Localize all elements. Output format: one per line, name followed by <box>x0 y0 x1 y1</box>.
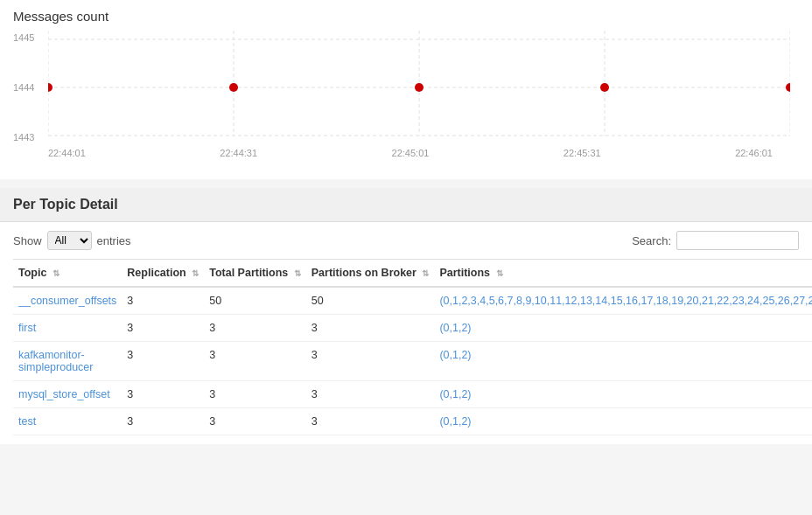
chart-title: Messages count <box>13 9 799 24</box>
cell-topic[interactable]: mysql_store_offset <box>13 381 122 408</box>
sort-icon-topic[interactable]: ⇅ <box>52 268 60 278</box>
chart-point-3 <box>415 83 424 92</box>
entries-select[interactable]: All 10 25 50 100 <box>47 231 92 250</box>
cell-partitions_on_broker: 3 <box>306 381 435 408</box>
chart-point-2 <box>229 83 238 92</box>
entries-label: entries <box>97 234 131 247</box>
sort-icon-partitions[interactable]: ⇅ <box>496 268 503 278</box>
x-label-1: 22:44:01 <box>48 148 86 158</box>
table-row: kafkamonitor-simpleproducer333(0,1,2)fal… <box>13 342 812 381</box>
col-partitions: Partitions ⇅ <box>434 260 812 288</box>
search-input[interactable] <box>676 231 799 250</box>
search-right: Search: <box>632 231 799 250</box>
controls-bar: Show All 10 25 50 100 entries Search: <box>13 231 799 250</box>
col-partitions-on-broker: Partitions on Broker ⇅ <box>306 260 435 288</box>
cell-partitions_on_broker: 3 <box>306 342 435 381</box>
sort-icon-total-partitions[interactable]: ⇅ <box>294 268 301 278</box>
per-topic-title: Per Topic Detail <box>13 190 118 222</box>
cell-total_partitions: 3 <box>204 342 306 381</box>
cell-total_partitions: 50 <box>204 287 306 315</box>
per-topic-section: Per Topic Detail Show All 10 25 50 100 e… <box>0 188 812 444</box>
col-total-partitions-label: Total Partitions <box>209 267 288 279</box>
chart-point-5 <box>786 83 790 92</box>
x-label-2: 22:44:31 <box>220 148 257 158</box>
cell-total_partitions: 3 <box>204 408 306 435</box>
col-replication: Replication ⇅ <box>122 260 204 288</box>
chart-point-1 <box>48 83 52 92</box>
cell-partitions[interactable]: (0,1,2) <box>434 315 812 342</box>
cell-partitions[interactable]: (0,1,2) <box>434 342 812 381</box>
sort-icon-partitions-on-broker[interactable]: ⇅ <box>422 268 429 278</box>
cell-total_partitions: 3 <box>204 315 306 342</box>
topics-table: Topic ⇅ Replication ⇅ Total Partitions ⇅… <box>13 259 812 435</box>
col-partitions-on-broker-label: Partitions on Broker <box>312 267 416 279</box>
search-label: Search: <box>632 234 671 247</box>
col-partitions-label: Partitions <box>439 267 490 279</box>
cell-partitions[interactable]: (0,1,2) <box>434 381 812 408</box>
show-label: Show <box>13 234 42 247</box>
cell-partitions[interactable]: (0,1,2,3,4,5,6,7,8,9,10,11,12,13,14,15,1… <box>434 287 812 315</box>
cell-replication: 3 <box>122 342 204 381</box>
x-label-3: 22:45:01 <box>392 148 430 158</box>
show-left: Show All 10 25 50 100 entries <box>13 231 131 250</box>
cell-topic[interactable]: kafkamonitor-simpleproducer <box>13 342 122 381</box>
cell-topic[interactable]: __consumer_offsets <box>13 287 122 315</box>
chart-svg <box>48 31 790 144</box>
per-topic-header: Per Topic Detail <box>0 188 812 222</box>
cell-partitions_on_broker: 50 <box>306 287 435 315</box>
cell-topic[interactable]: first <box>13 315 122 342</box>
chart-point-4 <box>600 83 609 92</box>
cell-replication: 3 <box>122 381 204 408</box>
col-topic-label: Topic <box>18 267 46 279</box>
cell-total_partitions: 3 <box>204 381 306 408</box>
col-replication-label: Replication <box>127 267 186 279</box>
table-row: mysql_store_offset333(0,1,2)false1 <box>13 381 812 408</box>
cell-partitions[interactable]: (0,1,2) <box>434 408 812 435</box>
cell-partitions_on_broker: 3 <box>306 315 435 342</box>
table-row: first333(0,1,2)false1 <box>13 315 812 342</box>
y-label-top: 1445 <box>13 32 34 43</box>
sort-icon-replication[interactable]: ⇅ <box>192 268 199 278</box>
chart-container: 1445 1444 1443 <box>13 31 799 171</box>
x-label-5: 22:46:01 <box>735 148 773 158</box>
table-row: __consumer_offsets35050(0,1,2,3,4,5,6,7,… <box>13 287 812 315</box>
table-header: Topic ⇅ Replication ⇅ Total Partitions ⇅… <box>13 260 812 288</box>
cell-replication: 3 <box>122 315 204 342</box>
x-label-4: 22:45:31 <box>564 148 601 158</box>
chart-section: Messages count 1445 1444 1443 <box>0 0 812 179</box>
y-label-bot: 1443 <box>13 132 34 143</box>
cell-partitions_on_broker: 3 <box>306 408 435 435</box>
cell-topic[interactable]: test <box>13 408 122 435</box>
cell-replication: 3 <box>122 408 204 435</box>
y-label-mid: 1444 <box>13 82 34 93</box>
col-total-partitions: Total Partitions ⇅ <box>204 260 306 288</box>
table-body: __consumer_offsets35050(0,1,2,3,4,5,6,7,… <box>13 287 812 435</box>
col-topic: Topic ⇅ <box>13 260 122 288</box>
x-labels: 22:44:01 22:44:31 22:45:01 22:45:31 22:4… <box>13 144 799 158</box>
table-row: test333(0,1,2)false1 <box>13 408 812 435</box>
cell-replication: 3 <box>122 287 204 315</box>
